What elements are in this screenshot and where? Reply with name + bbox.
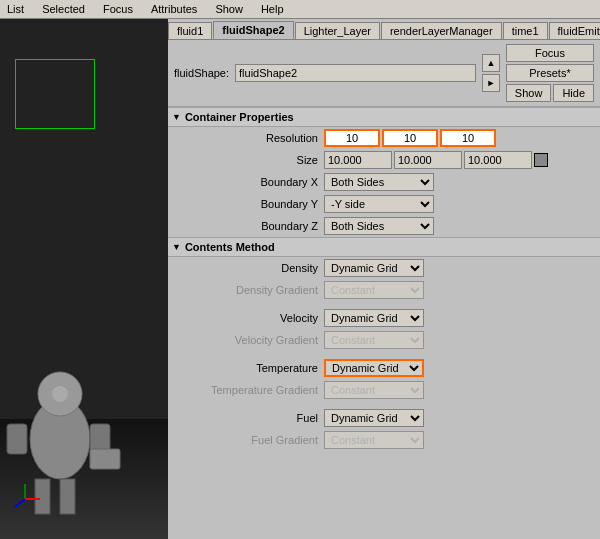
contents-method-header[interactable]: ▼ Contents Method [168, 237, 600, 257]
velocity-gradient-row: Velocity Gradient Constant [168, 329, 600, 351]
temperature-gradient-row: Temperature Gradient Constant [168, 379, 600, 401]
viewport [0, 19, 168, 539]
resolution-row: Resolution [168, 127, 600, 149]
density-gradient-label: Density Gradient [184, 284, 324, 296]
temperature-select[interactable]: Dynamic Grid Static Grid Off [324, 359, 424, 377]
density-gradient-row: Density Gradient Constant [168, 279, 600, 301]
resolution-y-input[interactable] [382, 129, 438, 147]
size-row: Size [168, 149, 600, 171]
properties-area: ▼ Container Properties Resolution Size [168, 107, 600, 539]
density-label: Density [184, 262, 324, 274]
svg-rect-3 [60, 479, 75, 514]
fuel-gradient-row: Fuel Gradient Constant [168, 429, 600, 451]
size-inputs [324, 151, 596, 169]
fuel-select[interactable]: Dynamic Grid Static Grid Off [324, 409, 424, 427]
svg-point-7 [52, 386, 68, 402]
temperature-value: Dynamic Grid Static Grid Off [324, 359, 596, 377]
focus-button[interactable]: Focus [506, 44, 594, 62]
temperature-gradient-value: Constant [324, 381, 596, 399]
density-gradient-select[interactable]: Constant [324, 281, 424, 299]
density-gradient-value: Constant [324, 281, 596, 299]
hide-button[interactable]: Hide [553, 84, 594, 102]
fuel-gradient-select[interactable]: Constant [324, 431, 424, 449]
svg-line-10 [15, 499, 25, 507]
size-z-input[interactable] [464, 151, 532, 169]
contents-method-title: Contents Method [185, 241, 275, 253]
velocity-gradient-value: Constant [324, 331, 596, 349]
tab-fluid1[interactable]: fluid1 [168, 22, 212, 39]
temperature-gradient-select[interactable]: Constant [324, 381, 424, 399]
temperature-row: Temperature Dynamic Grid Static Grid Off [168, 357, 600, 379]
menu-attributes[interactable]: Attributes [148, 2, 200, 16]
menu-focus[interactable]: Focus [100, 2, 136, 16]
fuel-label: Fuel [184, 412, 324, 424]
svg-rect-6 [90, 449, 120, 469]
velocity-select[interactable]: Dynamic Grid Static Grid Off [324, 309, 424, 327]
fuel-row: Fuel Dynamic Grid Static Grid Off [168, 407, 600, 429]
velocity-gradient-label: Velocity Gradient [184, 334, 324, 346]
arrow-right-icon[interactable]: ► [482, 74, 500, 92]
tab-fluidshape2[interactable]: fluidShape2 [213, 21, 293, 39]
container-properties-title: Container Properties [185, 111, 294, 123]
robot-figure [5, 349, 135, 509]
size-color-swatch[interactable] [534, 153, 548, 167]
main-content: fluid1 fluidShape2 Lighter_Layer renderL… [0, 19, 600, 539]
velocity-gradient-select[interactable]: Constant [324, 331, 424, 349]
temperature-label: Temperature [184, 362, 324, 374]
resolution-label: Resolution [184, 132, 324, 144]
resolution-z-input[interactable] [440, 129, 496, 147]
fuel-gradient-value: Constant [324, 431, 596, 449]
resolution-x-input[interactable] [324, 129, 380, 147]
tab-bar: fluid1 fluidShape2 Lighter_Layer renderL… [168, 19, 600, 40]
container-arrow-icon: ▼ [172, 112, 181, 122]
velocity-label: Velocity [184, 312, 324, 324]
boundary-z-select[interactable]: Both Sides -Z Side +Z Side None [324, 217, 434, 235]
tab-lighter-layer[interactable]: Lighter_Layer [295, 22, 380, 39]
menubar: List Selected Focus Attributes Show Help [0, 0, 600, 19]
fuel-gradient-label: Fuel Gradient [184, 434, 324, 446]
contents-arrow-icon: ▼ [172, 242, 181, 252]
fluid-shape-label: fluidShape: [174, 67, 229, 79]
svg-rect-2 [35, 479, 50, 514]
density-value: Dynamic Grid Static Grid Off [324, 259, 596, 277]
show-button[interactable]: Show [506, 84, 552, 102]
tab-renderlayermanager[interactable]: renderLayerManager [381, 22, 502, 39]
boundary-x-label: Boundary X [184, 176, 324, 188]
menu-selected[interactable]: Selected [39, 2, 88, 16]
boundary-x-value: Both Sides -X Side +X Side None [324, 173, 596, 191]
boundary-y-select[interactable]: -Y side +Y Side Both Sides None [324, 195, 434, 213]
size-label: Size [184, 154, 324, 166]
top-controls: fluidShape: ▲ ► Focus Presets* Show Hide [168, 40, 600, 107]
presets-button[interactable]: Presets* [506, 64, 594, 82]
boundary-z-label: Boundary Z [184, 220, 324, 232]
menu-help[interactable]: Help [258, 2, 287, 16]
arrow-up-icon[interactable]: ▲ [482, 54, 500, 72]
temperature-gradient-label: Temperature Gradient [184, 384, 324, 396]
fuel-value: Dynamic Grid Static Grid Off [324, 409, 596, 427]
velocity-row: Velocity Dynamic Grid Static Grid Off [168, 307, 600, 329]
wireframe-box [15, 59, 95, 129]
boundary-x-row: Boundary X Both Sides -X Side +X Side No… [168, 171, 600, 193]
boundary-z-value: Both Sides -Z Side +Z Side None [324, 217, 596, 235]
svg-rect-4 [7, 424, 27, 454]
velocity-value: Dynamic Grid Static Grid Off [324, 309, 596, 327]
menu-show[interactable]: Show [212, 2, 246, 16]
size-y-input[interactable] [394, 151, 462, 169]
tab-fluidemitter1[interactable]: fluidEmitter1 [549, 22, 600, 39]
resolution-inputs [324, 129, 596, 147]
boundary-y-row: Boundary Y -Y side +Y Side Both Sides No… [168, 193, 600, 215]
menu-list[interactable]: List [4, 2, 27, 16]
tab-time1[interactable]: time1 [503, 22, 548, 39]
density-row: Density Dynamic Grid Static Grid Off [168, 257, 600, 279]
right-panel: fluid1 fluidShape2 Lighter_Layer renderL… [168, 19, 600, 539]
boundary-x-select[interactable]: Both Sides -X Side +X Side None [324, 173, 434, 191]
boundary-z-row: Boundary Z Both Sides -Z Side +Z Side No… [168, 215, 600, 237]
fluid-shape-input[interactable] [235, 64, 476, 82]
container-properties-header[interactable]: ▼ Container Properties [168, 107, 600, 127]
boundary-y-value: -Y side +Y Side Both Sides None [324, 195, 596, 213]
boundary-y-label: Boundary Y [184, 198, 324, 210]
density-select[interactable]: Dynamic Grid Static Grid Off [324, 259, 424, 277]
size-x-input[interactable] [324, 151, 392, 169]
